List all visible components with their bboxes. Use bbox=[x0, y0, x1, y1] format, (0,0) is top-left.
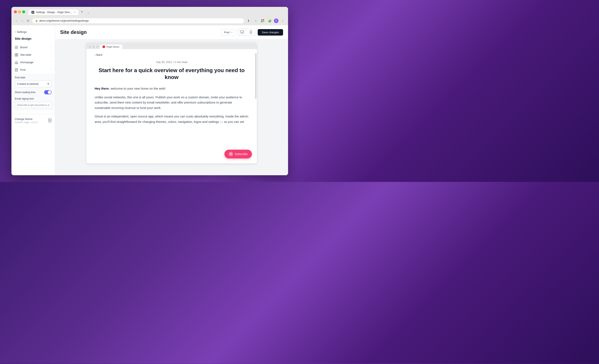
subscribe-avatar-icon bbox=[229, 152, 233, 156]
brand-label: Brand bbox=[20, 46, 27, 49]
post-title: Start here for a quick overview of every… bbox=[95, 67, 248, 81]
svg-point-1 bbox=[33, 12, 33, 12]
tab-bar: Settings - Design - Origin Dem... ✕ + ⌄ bbox=[28, 9, 91, 15]
post-paragraph-2: Unlike social networks, this one is all … bbox=[95, 95, 248, 111]
browser-chrome: Settings - Design - Origin Dem... ✕ + ⌄ bbox=[11, 7, 288, 17]
change-theme-title: Change theme bbox=[15, 117, 37, 121]
preview-browser-window: Origin Demo. ‹ Back July 30, 2021 • 2 mi… bbox=[86, 43, 257, 163]
show-reading-toggle[interactable] bbox=[44, 90, 52, 94]
back-chevron-icon: ‹ bbox=[15, 30, 16, 33]
forward-nav-button[interactable]: → bbox=[20, 18, 25, 23]
new-tab-button[interactable]: + bbox=[79, 9, 85, 15]
sidebar-item-sitewide[interactable]: Site-wide ˅ bbox=[11, 51, 55, 59]
preview-tab-label: Origin Demo. bbox=[106, 45, 120, 48]
menu-button[interactable]: ⋮ bbox=[280, 18, 286, 24]
change-theme-subtitle: Current: origin - v1.0.2 bbox=[15, 121, 37, 123]
brand-icon bbox=[15, 46, 18, 49]
svg-rect-5 bbox=[263, 21, 264, 22]
sidebar-back-label: Settings bbox=[17, 30, 27, 34]
post-date-select[interactable]: Created at (default) bbox=[15, 81, 52, 87]
tab-favicon bbox=[31, 11, 34, 14]
address-text: demo.origintheme.co/ghost/#/settings/des… bbox=[39, 19, 89, 22]
close-traffic-light[interactable] bbox=[14, 10, 17, 13]
address-field[interactable]: 🔒 demo.origintheme.co/ghost/#/settings/d… bbox=[32, 18, 244, 23]
main-header: Site design Post ▾ bbox=[55, 25, 288, 40]
preview-tab-favicon bbox=[103, 45, 105, 48]
show-reading-row: Show reading time bbox=[15, 90, 52, 94]
sidebar-back-link[interactable]: ‹ Settings bbox=[11, 29, 55, 37]
browser-content: ‹ Settings Site design Brand ˅ bbox=[11, 25, 288, 175]
sitewide-label: Site-wide bbox=[20, 53, 31, 56]
subscribe-label: Subscribe bbox=[235, 152, 248, 156]
tab-dropdown-button[interactable]: ⌄ bbox=[86, 10, 91, 15]
email-signup-label: Email signup text bbox=[15, 97, 52, 100]
post-chevron-icon: ˄ bbox=[50, 68, 52, 71]
preview-container: Origin Demo. ‹ Back July 30, 2021 • 2 mi… bbox=[55, 40, 288, 175]
preview-content: ‹ Back July 30, 2021 • 2 min read Start … bbox=[86, 49, 257, 163]
page-title: Site design bbox=[60, 29, 87, 35]
post-label: Post bbox=[20, 68, 26, 71]
svg-rect-12 bbox=[17, 55, 18, 56]
svg-point-21 bbox=[251, 33, 251, 33]
traffic-lights bbox=[14, 10, 25, 13]
toggle-knob bbox=[48, 91, 51, 94]
sitewide-chevron-icon: ˅ bbox=[50, 53, 52, 56]
sitewide-icon bbox=[15, 53, 18, 57]
sidebar-item-post[interactable]: Post ˄ bbox=[11, 66, 55, 74]
back-nav-button[interactable]: ← bbox=[14, 18, 19, 23]
tab-close-icon[interactable]: ✕ bbox=[74, 11, 76, 14]
browser-actions: ⬆ ☆ 🧩 A ⋮ bbox=[246, 18, 286, 24]
post-meta: July 30, 2021 • 2 min read bbox=[95, 61, 248, 64]
subscribe-fab-button[interactable]: Subscribe bbox=[224, 150, 252, 158]
bookmark-button[interactable]: ☆ bbox=[253, 18, 258, 24]
share-button[interactable]: ⬆ bbox=[246, 18, 251, 24]
post-body: Hey there, welcome to your new home on t… bbox=[95, 86, 248, 124]
change-theme-refresh-button[interactable]: ↻ bbox=[48, 118, 52, 122]
main-area: Site design Post ▾ bbox=[55, 25, 288, 175]
email-signup-input[interactable] bbox=[15, 102, 52, 108]
homepage-label: Homepage bbox=[20, 61, 34, 64]
change-theme-section: Change theme Current: origin - v1.0.2 ↻ bbox=[11, 114, 55, 123]
address-bar-row: ← → ↻ 🔒 demo.origintheme.co/ghost/#/sett… bbox=[11, 17, 288, 25]
save-changes-button[interactable]: Save changes bbox=[258, 29, 283, 35]
sidebar-section-title: Site design bbox=[11, 37, 55, 44]
preview-back-link[interactable]: ‹ Back bbox=[95, 53, 248, 56]
browser-nav-buttons: ← → ↻ bbox=[14, 18, 31, 23]
post-paragraph-3: Ghost is an independent, open source app… bbox=[95, 114, 248, 124]
lock-icon: 🔒 bbox=[35, 19, 38, 22]
browser-window: Settings - Design - Origin Dem... ✕ + ⌄ … bbox=[11, 7, 288, 175]
change-theme-row: Change theme Current: origin - v1.0.2 ↻ bbox=[15, 117, 52, 123]
post-sub-section: Post date Created at (default) Show read… bbox=[11, 74, 55, 111]
brand-chevron-icon: ˅ bbox=[50, 46, 52, 49]
extension-1-button[interactable] bbox=[260, 18, 266, 24]
post-selector-dropdown[interactable]: Post ▾ bbox=[221, 29, 235, 35]
svg-rect-3 bbox=[263, 19, 264, 21]
homepage-icon bbox=[15, 61, 18, 64]
desktop-view-button[interactable] bbox=[238, 29, 246, 36]
sidebar-item-homepage[interactable]: Homepage ˅ bbox=[11, 59, 55, 66]
device-toggle-group bbox=[238, 29, 255, 36]
post-paragraph-1-text: , welcome to your new home on the web! bbox=[109, 87, 166, 90]
active-tab[interactable]: Settings - Design - Origin Dem... ✕ bbox=[28, 9, 79, 15]
svg-rect-17 bbox=[241, 31, 244, 33]
post-selector-chevron-icon: ▾ bbox=[231, 31, 233, 34]
preview-back-chevron-icon: ‹ bbox=[95, 53, 96, 56]
svg-rect-4 bbox=[261, 21, 263, 22]
post-selector-label: Post bbox=[224, 31, 230, 34]
sidebar-menu: Brand ˅ Site-wide ˅ bbox=[11, 44, 55, 74]
header-right: Post ▾ bbox=[221, 29, 283, 36]
mobile-view-button[interactable] bbox=[247, 29, 255, 36]
svg-rect-10 bbox=[17, 53, 18, 55]
preview-tab-bar: Origin Demo. bbox=[86, 43, 257, 49]
tab-title: Settings - Design - Origin Dem... bbox=[36, 11, 72, 14]
refresh-nav-button[interactable]: ↻ bbox=[26, 18, 31, 23]
profile-avatar[interactable]: A bbox=[274, 18, 279, 23]
preview-tab: Origin Demo. bbox=[100, 44, 122, 49]
preview-dot-1 bbox=[89, 46, 91, 48]
post-date-label: Post date bbox=[15, 76, 52, 79]
browser-controls: Settings - Design - Origin Dem... ✕ + ⌄ bbox=[14, 9, 286, 15]
sidebar-item-brand[interactable]: Brand ˅ bbox=[11, 44, 55, 51]
minimize-traffic-light[interactable] bbox=[18, 10, 21, 13]
extension-2-button[interactable]: 🧩 bbox=[267, 18, 273, 24]
maximize-traffic-light[interactable] bbox=[22, 10, 25, 13]
